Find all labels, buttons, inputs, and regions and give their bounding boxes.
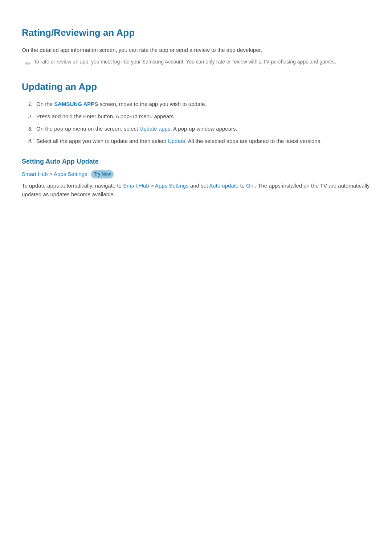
- step-3: 3. On the pop-up menu on the screen, sel…: [25, 124, 370, 133]
- update-link[interactable]: Update: [168, 138, 185, 144]
- rating-intro-text: On the detailed app information screen, …: [22, 46, 370, 54]
- rating-note-text: To rate or review an app, you must log i…: [34, 58, 336, 66]
- step-number-2: 2.: [25, 112, 33, 121]
- nav-separator: >: [49, 171, 54, 177]
- on-inline-link[interactable]: On: [246, 182, 255, 189]
- pencil-icon: ✏: [25, 58, 31, 69]
- apps-settings-nav-link[interactable]: Apps Settings: [54, 171, 89, 177]
- auto-update-inline-link[interactable]: Auto update: [209, 182, 240, 189]
- nav-path: Smart Hub > Apps Settings Try Now: [22, 170, 370, 179]
- apps-settings-inline-link[interactable]: Apps Settings: [155, 182, 190, 189]
- updating-section: Updating an App 1. On the SAMSUNG APPS s…: [22, 79, 370, 145]
- step-number-3: 3.: [25, 124, 33, 133]
- step-number-4: 4.: [25, 137, 33, 145]
- step-2-text: Press and hold the Enter button. A pop-u…: [36, 112, 175, 121]
- try-now-badge[interactable]: Try Now: [91, 170, 114, 178]
- step-4: 4. Select all the apps you wish to updat…: [25, 137, 370, 145]
- auto-update-title: Setting Auto App Update: [22, 156, 370, 167]
- samsung-apps-link[interactable]: SAMSUNG APPS: [54, 101, 98, 107]
- step-2: 2. Press and hold the Enter button. A po…: [25, 112, 370, 121]
- inline-separator: >: [151, 182, 155, 189]
- step-3-text: On the pop-up menu on the screen, select…: [36, 124, 237, 133]
- rating-section-title: Rating/Reviewing an App: [22, 25, 370, 41]
- updating-steps-list: 1. On the SAMSUNG APPS screen, move to t…: [22, 100, 370, 145]
- step-4-text: Select all the apps you wish to update a…: [36, 137, 322, 145]
- rating-note-block: ✏ To rate or review an app, you must log…: [22, 58, 370, 69]
- rating-section: Rating/Reviewing an App On the detailed …: [22, 25, 370, 69]
- auto-update-body: To update apps automatically, navigate t…: [22, 181, 370, 199]
- smart-hub-nav-link[interactable]: Smart Hub: [22, 171, 49, 177]
- auto-update-section: Setting Auto App Update Smart Hub > Apps…: [22, 156, 370, 199]
- step-number-1: 1.: [25, 100, 33, 108]
- update-apps-link[interactable]: Update apps: [139, 126, 170, 132]
- updating-section-title: Updating an App: [22, 79, 370, 95]
- smart-hub-inline-link[interactable]: Smart Hub: [123, 182, 151, 189]
- step-1: 1. On the SAMSUNG APPS screen, move to t…: [25, 100, 370, 108]
- step-1-text: On the SAMSUNG APPS screen, move to the …: [36, 100, 207, 108]
